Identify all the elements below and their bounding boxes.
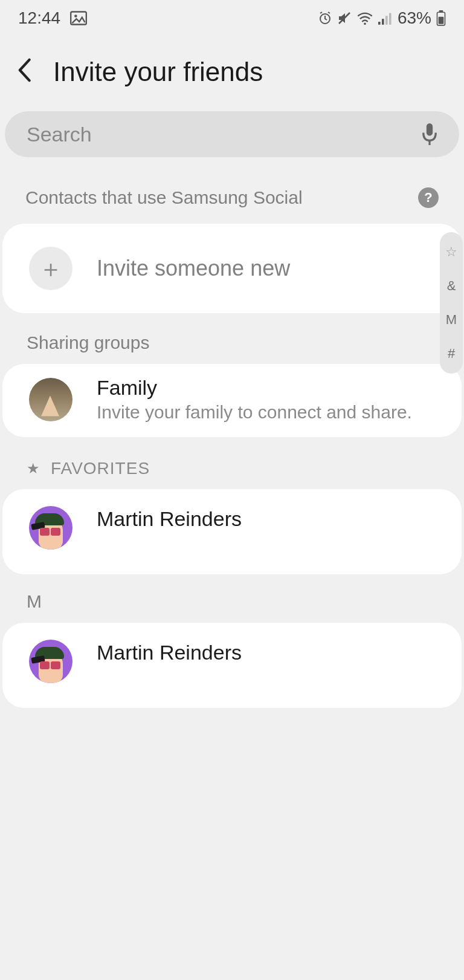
search-placeholder: Search [27,123,422,146]
contact-detail-redacted [97,534,218,556]
family-subtitle: Invite your family to connect and share. [97,402,412,423]
page-header: Invite your friends [0,33,464,105]
microphone-icon[interactable] [422,123,437,145]
contact-detail-redacted [97,668,218,690]
page-title: Invite your friends [53,57,263,87]
svg-rect-12 [427,123,433,136]
alarm-icon [318,11,332,25]
battery-icon [436,10,446,26]
contact-text: Martin Reinders [97,506,242,556]
status-time: 12:44 [18,8,60,28]
svg-rect-7 [385,16,388,24]
svg-rect-6 [382,19,384,25]
contact-text: Martin Reinders [97,640,242,690]
mute-icon [337,11,352,25]
help-icon[interactable]: ? [418,187,439,208]
contacts-section-header: Contacts that use Samsung Social ? [0,157,464,224]
index-hash[interactable]: # [448,346,455,362]
m-card: Martin Reinders [2,623,462,708]
svg-point-1 [74,15,77,18]
status-right: 63% [318,8,446,28]
back-button[interactable] [17,58,31,86]
svg-rect-5 [378,22,381,25]
index-star-icon[interactable]: ☆ [445,244,457,260]
family-group-row[interactable]: Family Invite your family to connect and… [2,364,462,437]
signal-icon [378,11,393,25]
favorites-header: ★ FAVORITES [0,437,464,489]
scroll-index[interactable]: ☆ & M # [440,232,463,374]
m-contact-row[interactable]: Martin Reinders [2,623,462,708]
invite-new-card: ＋ Invite someone new [2,224,462,313]
family-avatar [29,378,72,421]
invite-new-row[interactable]: ＋ Invite someone new [2,224,462,313]
contact-name: Martin Reinders [97,507,242,531]
image-icon [70,11,87,25]
favorites-label: FAVORITES [51,459,150,478]
invite-new-label: Invite someone new [97,256,290,281]
index-m[interactable]: M [446,312,457,328]
star-icon: ★ [27,460,40,477]
contacts-label: Contacts that use Samsung Social [25,187,303,208]
favorite-contact-row[interactable]: Martin Reinders [2,489,462,574]
favorites-card: Martin Reinders [2,489,462,574]
sharing-groups-label: Sharing groups [0,313,464,364]
contact-avatar [29,640,72,683]
wifi-icon [356,11,373,25]
status-bar: 12:44 63% [0,0,464,33]
index-amp[interactable]: & [447,278,456,294]
svg-rect-8 [389,13,392,25]
contact-name: Martin Reinders [97,641,242,664]
plus-icon: ＋ [29,247,72,290]
battery-percent: 63% [398,8,431,28]
family-title: Family [97,376,412,400]
family-text: Family Invite your family to connect and… [97,376,412,423]
status-left: 12:44 [18,8,87,28]
letter-section-m: M [0,574,464,623]
family-group-card: Family Invite your family to connect and… [2,364,462,437]
search-input[interactable]: Search [5,111,459,157]
svg-rect-11 [439,17,444,24]
svg-point-4 [364,23,366,25]
contact-avatar [29,506,72,550]
